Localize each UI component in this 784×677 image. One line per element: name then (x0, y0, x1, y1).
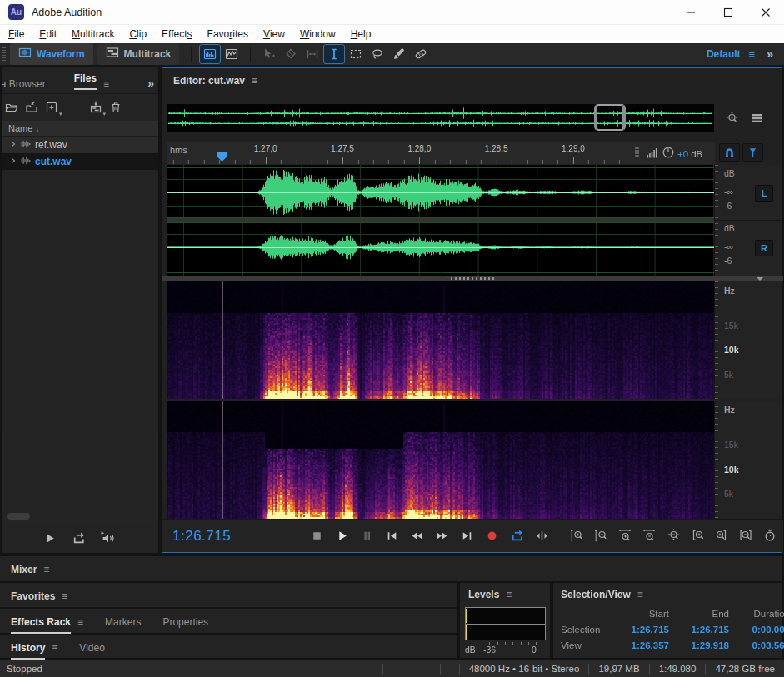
zoom-in-at-out-point-button[interactable] (711, 525, 732, 545)
stop-button[interactable] (306, 525, 327, 545)
sv-value[interactable]: 1:26.715 (669, 625, 729, 635)
slip-tool[interactable] (302, 45, 322, 63)
sv-value[interactable]: 1:29.918 (669, 640, 729, 650)
workspace-menu-icon[interactable]: ≡ (749, 48, 756, 61)
toolbar-grip[interactable] (2, 47, 6, 61)
reset-zoom-button[interactable] (759, 525, 781, 545)
razor-tool[interactable] (281, 45, 301, 63)
play-button[interactable] (331, 525, 352, 545)
timeline-ruler[interactable]: hms 1:27,01:27,51:28,01:28,51:29,0 (167, 142, 627, 164)
marker-pin-button[interactable] (742, 143, 763, 162)
meter-bars-icon[interactable] (646, 146, 659, 162)
zoom-navigate-button[interactable] (662, 525, 684, 545)
overview-strip[interactable] (167, 104, 714, 132)
menu-view[interactable]: View (256, 25, 292, 43)
file-row-cut.wav[interactable]: cut.wav (2, 153, 158, 170)
loop-playback-button[interactable] (506, 525, 527, 545)
workspace-selector[interactable]: Default (707, 48, 741, 60)
file-row-ref.wav[interactable]: ref.wav (2, 137, 158, 153)
selection-view-menu-icon[interactable]: ≡ (637, 589, 643, 600)
view-range-indicator[interactable] (594, 104, 626, 131)
spot-healing-brush-tool[interactable] (411, 45, 431, 63)
waveform-mode-button[interactable]: Waveform (10, 43, 93, 65)
lasso-selection-tool[interactable] (367, 45, 387, 63)
history-menu-icon[interactable]: ≡ (52, 642, 57, 654)
chevron-right-icon[interactable] (8, 156, 18, 168)
tab-mixer[interactable]: Mixer (11, 564, 37, 575)
pause-button[interactable] (356, 525, 377, 545)
skip-selection-button[interactable] (531, 525, 552, 545)
tab-files[interactable]: Files (74, 72, 97, 90)
menu-multitrack[interactable]: Multitrack (64, 25, 122, 43)
tab-video[interactable]: Video (79, 642, 104, 654)
fast-forward-button[interactable] (431, 525, 452, 545)
gain-value[interactable]: +0 (677, 149, 688, 159)
sv-value[interactable]: 0:00.000 (729, 625, 784, 635)
frequency-scale-left[interactable]: Hz15k10k5k (714, 281, 782, 399)
show-waveform-toggle[interactable] (200, 45, 220, 63)
tab-favorites[interactable]: Favorites (11, 590, 55, 602)
level-meter-canvas[interactable] (465, 607, 546, 640)
toolbar-overflow-icon[interactable]: » (767, 47, 772, 61)
delete-button[interactable] (106, 98, 126, 117)
tab-effects-rack[interactable]: Effects Rack (11, 616, 71, 634)
editor-panel-menu-icon[interactable]: ≡ (252, 75, 257, 87)
tab-media-browser[interactable]: ia Browser (2, 78, 46, 90)
tab-selection-view[interactable]: Selection/View (561, 589, 631, 600)
maximize-button[interactable] (709, 0, 747, 24)
minimize-button[interactable] (672, 0, 709, 24)
menu-clip[interactable]: Clip (122, 25, 154, 43)
zoom-in-time-button[interactable] (614, 525, 636, 545)
files-panel-overflow-icon[interactable]: » (147, 77, 153, 90)
zoom-out-time-button[interactable] (638, 525, 660, 545)
tab-levels[interactable]: Levels (468, 589, 499, 600)
display-options-icon[interactable] (746, 108, 767, 128)
sv-value[interactable]: 1:26.357 (609, 640, 669, 650)
spectrogram-right-canvas[interactable] (167, 401, 714, 519)
files-name-column-header[interactable]: Name ↓ (2, 121, 158, 137)
menu-effects[interactable]: Effects (154, 25, 199, 43)
files-panel-menu-icon[interactable]: ≡ (103, 78, 109, 90)
snap-magnet-button[interactable] (719, 143, 740, 162)
open-file-button[interactable] (2, 98, 22, 117)
time-selection-tool[interactable] (324, 45, 344, 63)
amplitude-scale[interactable]: dB -∞ -6 L dB -∞ -6 R (714, 165, 782, 276)
zoom-to-selection-button[interactable] (735, 525, 757, 545)
overview-zoom-navigate-icon[interactable] (721, 108, 742, 128)
overview-waveform-canvas[interactable] (167, 104, 714, 132)
go-to-next-button[interactable] (456, 525, 477, 545)
menu-help[interactable]: Help (343, 25, 379, 43)
rewind-button[interactable] (406, 525, 427, 545)
move-tool[interactable] (259, 45, 279, 63)
levels-menu-icon[interactable]: ≡ (506, 589, 512, 600)
menu-window[interactable]: Window (292, 25, 343, 43)
close-button[interactable] (747, 0, 784, 24)
zoom-in-amplitude-button[interactable] (566, 525, 587, 545)
sv-value[interactable]: 0:03.560 (729, 640, 784, 650)
wave-spectral-splitter[interactable] (162, 276, 783, 281)
files-horizontal-scrollbar[interactable] (7, 513, 30, 520)
playback-timer-icon[interactable] (662, 146, 675, 162)
zoom-out-amplitude-button[interactable] (590, 525, 612, 545)
sv-value[interactable]: 1:26.715 (609, 625, 669, 635)
frequency-scale-right[interactable]: Hz15k10k5k (714, 401, 782, 519)
record-button[interactable] (481, 525, 502, 545)
paintbrush-selection-tool[interactable] (389, 45, 409, 63)
multitrack-mode-button[interactable]: Multitrack (97, 43, 180, 65)
files-loop-playback-button[interactable] (67, 528, 89, 548)
go-to-previous-button[interactable] (381, 525, 402, 545)
mixer-menu-icon[interactable]: ≡ (43, 564, 49, 575)
ruler-grip-icon[interactable] (630, 146, 643, 162)
files-auto-play-button[interactable] (97, 528, 118, 548)
menu-favorites[interactable]: Favorites (200, 25, 256, 43)
zoom-in-at-in-point-button[interactable] (687, 525, 708, 545)
channel-r-button[interactable]: R (755, 240, 773, 256)
tab-markers[interactable]: Markers (105, 616, 141, 628)
menu-file[interactable]: File (0, 25, 32, 43)
show-spectral-toggle[interactable] (222, 45, 242, 63)
menu-edit[interactable]: Edit (32, 25, 64, 43)
tab-properties[interactable]: Properties (162, 616, 208, 628)
chevron-right-icon[interactable] (8, 139, 18, 152)
channel-l-button[interactable]: L (755, 185, 773, 202)
favorites-menu-icon[interactable]: ≡ (62, 590, 67, 602)
